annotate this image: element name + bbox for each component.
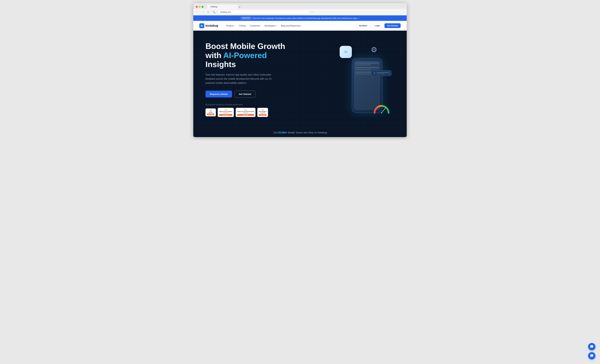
join-text: Join 25,000+ Mobile Teams who Rely on In… bbox=[196, 131, 404, 134]
updates-badge: UPDATES bbox=[241, 17, 252, 19]
announcement-arrow: › bbox=[359, 17, 359, 19]
join-suffix: Mobile Teams who Rely on Instabug bbox=[287, 131, 327, 134]
hero-title: Boost Mobile Growth with AI-Powered Insi… bbox=[206, 42, 294, 69]
join-prefix: Join bbox=[273, 131, 278, 134]
login-button[interactable]: Login bbox=[372, 23, 383, 28]
maximize-button[interactable] bbox=[202, 6, 204, 8]
floating-app-icon: ✳ bbox=[340, 46, 352, 58]
join-highlight: 25,000+ bbox=[278, 131, 287, 134]
developers-chevron-icon: ▾ bbox=[276, 25, 277, 27]
hero-title-highlight: AI-Powered bbox=[223, 51, 267, 60]
hero-buttons: Request a Demo Get Started bbox=[206, 91, 294, 98]
logo-text: Instabug bbox=[206, 24, 218, 27]
nav-actions: Sandbox Login Get Started bbox=[356, 23, 401, 28]
announcement-text: Discover how Instabug's AI-powered mobil… bbox=[253, 17, 357, 19]
svg-line-1 bbox=[382, 108, 386, 113]
announcement-bar[interactable]: UPDATES Discover how Instabug's AI-power… bbox=[193, 15, 407, 21]
card-star-icon: ✦ bbox=[374, 72, 375, 74]
gear-icon: ⚙ bbox=[371, 46, 377, 54]
phone-screen bbox=[354, 61, 380, 110]
hero-get-started-button[interactable]: Get Started bbox=[234, 91, 256, 98]
nav-pricing[interactable]: Pricing bbox=[237, 23, 248, 28]
close-button[interactable] bbox=[196, 6, 198, 8]
new-tab-button[interactable]: + bbox=[238, 6, 242, 9]
nav-developers[interactable]: Developers ▾ bbox=[263, 23, 279, 28]
badge-season-biz: FALL 2024 bbox=[237, 114, 254, 116]
svg-point-3 bbox=[381, 112, 382, 113]
get-started-button[interactable]: Get Started bbox=[384, 23, 401, 28]
badge-user-adoption: G2 Highest User Adoption Enterprise FALL… bbox=[218, 108, 234, 117]
phone-line-3 bbox=[355, 67, 379, 68]
navbar: Instabug Product ▾ Pricing Customers Dev… bbox=[193, 21, 407, 31]
badge-title-biz: Easiest To Do Business With bbox=[237, 111, 254, 112]
badge-title-support: Best Support bbox=[259, 111, 266, 112]
floating-card: ✦ bbox=[371, 70, 392, 76]
hero-section: Boost Mobile Growth with AI-Powered Insi… bbox=[193, 31, 407, 128]
hero-subtitle: Test new features, improve app quality a… bbox=[206, 73, 276, 85]
card-lines bbox=[377, 72, 389, 74]
phone-line-4 bbox=[355, 69, 371, 70]
badge-season-adoption: FALL 2024 bbox=[219, 114, 232, 116]
browser-menu-button[interactable]: ⋯ bbox=[311, 10, 314, 14]
hero-illustration: ✳ ⚙ bbox=[294, 40, 394, 119]
snowflake-icon: ✳ bbox=[344, 49, 348, 55]
hero-content: Boost Mobile Growth with AI-Powered Insi… bbox=[206, 42, 294, 117]
badge-type-biz: Enterprise bbox=[237, 112, 254, 114]
badge-g2-label-4: G2 bbox=[259, 109, 266, 111]
tab-bar: Instabug + bbox=[207, 5, 404, 9]
browser-tab[interactable]: Instabug bbox=[207, 5, 238, 9]
browser-titlebar: Instabug + bbox=[193, 3, 407, 9]
card-line-2 bbox=[377, 73, 384, 74]
traffic-lights bbox=[196, 6, 204, 8]
badge-season-support: FALL 2024 bbox=[259, 114, 266, 116]
badge-g2-label: G2 bbox=[207, 110, 214, 111]
badge-g2-label-3: G2 bbox=[237, 109, 254, 111]
search-button[interactable]: 🔍 bbox=[212, 10, 216, 14]
recognition-label: Recognized excellence in mobile performa… bbox=[206, 104, 294, 106]
badge-g2-label-2: G2 bbox=[219, 109, 232, 111]
logo[interactable]: Instabug bbox=[199, 23, 218, 28]
badge-title-adoption: Highest User Adoption bbox=[219, 111, 232, 112]
floating-gear: ⚙ bbox=[369, 44, 379, 55]
minimize-button[interactable] bbox=[199, 6, 201, 8]
hero-title-part2: with bbox=[206, 51, 223, 60]
phone-line-1 bbox=[355, 63, 379, 64]
hero-title-part1: Boost Mobile Growth bbox=[206, 42, 285, 51]
badge-season-leader: FALL 2024 bbox=[207, 113, 214, 115]
back-button[interactable]: ← bbox=[196, 10, 199, 14]
tab-title: Instabug bbox=[210, 6, 217, 8]
join-section: Join 25,000+ Mobile Teams who Rely on In… bbox=[193, 128, 407, 137]
nav-product[interactable]: Product ▾ bbox=[224, 23, 237, 28]
browser-frame: Instabug + ← → ↻ 🔍 ⋯ UPDATES Discover ho… bbox=[193, 3, 407, 137]
reload-button[interactable]: ↻ bbox=[207, 10, 210, 14]
phone-line-2 bbox=[355, 64, 371, 65]
badges-container: G2 Leader FALL 2024 G2 Highest User Adop… bbox=[206, 108, 294, 117]
badge-best-support: G2 Best Support Enterprise FALL 2024 bbox=[257, 108, 268, 117]
address-bar[interactable] bbox=[218, 10, 309, 14]
nav-blog[interactable]: Blog and Resources ▾ bbox=[279, 23, 303, 28]
badge-type-adoption: Enterprise bbox=[219, 112, 232, 114]
request-demo-button[interactable]: Request a Demo bbox=[206, 91, 232, 98]
card-line-1 bbox=[377, 72, 389, 73]
nav-links: Product ▾ Pricing Customers Developers ▾… bbox=[224, 23, 351, 28]
logo-icon bbox=[199, 23, 204, 28]
nav-customers[interactable]: Customers bbox=[248, 23, 262, 28]
phone-line-6 bbox=[355, 73, 371, 74]
badge-type-support: Enterprise bbox=[259, 112, 266, 114]
site-content: UPDATES Discover how Instabug's AI-power… bbox=[193, 15, 407, 137]
badge-title-leader: Leader bbox=[207, 111, 214, 113]
product-chevron-icon: ▾ bbox=[234, 25, 235, 27]
blog-chevron-icon: ▾ bbox=[301, 25, 301, 27]
badge-easiest-biz: G2 Easiest To Do Business With Enterpris… bbox=[236, 108, 255, 117]
sandbox-button[interactable]: Sandbox bbox=[356, 23, 370, 28]
forward-button[interactable]: → bbox=[201, 10, 205, 14]
badge-leader: G2 Leader FALL 2024 bbox=[206, 109, 216, 116]
speedometer bbox=[373, 104, 388, 113]
hero-title-part3: Insights bbox=[206, 60, 236, 69]
browser-toolbar: ← → ↻ 🔍 ⋯ bbox=[193, 9, 407, 15]
